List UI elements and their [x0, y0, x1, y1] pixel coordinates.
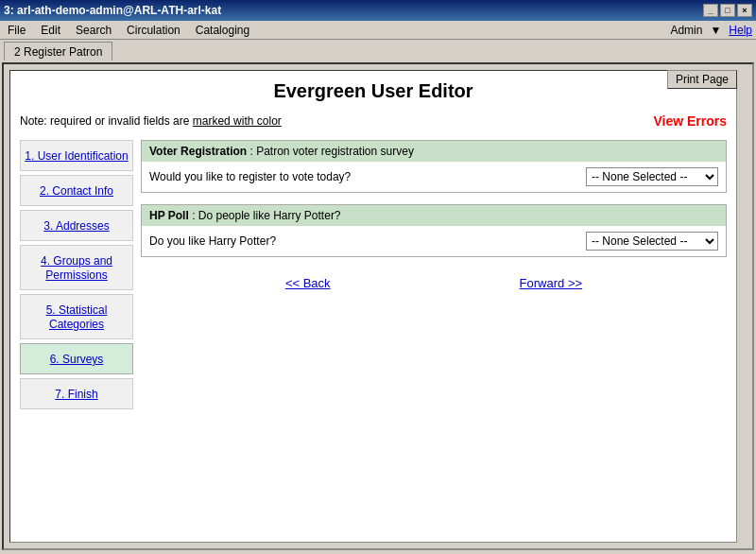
forward-link[interactable]: Forward >>	[520, 276, 582, 290]
tab-bar: 2 Register Patron	[0, 40, 756, 61]
note-highlight: marked with color	[193, 114, 282, 128]
hp-poll-select[interactable]: -- None Selected -- Yes No	[586, 232, 718, 251]
title-bar-text: 3: arl-ath-demo-admin@ARL-ATH-arl-kat	[4, 4, 221, 17]
left-nav: 1. User Identification 2. Contact Info 3…	[20, 140, 133, 413]
nav-groups-permissions[interactable]: 4. Groups and Permissions	[20, 245, 133, 290]
menu-search[interactable]: Search	[72, 23, 115, 38]
note-bar: Note: required or invalid fields are mar…	[20, 113, 727, 129]
voter-registration-question: Would you like to register to vote today…	[149, 170, 351, 183]
nav-statistical-categories[interactable]: 5. Statistical Categories	[20, 294, 133, 339]
menu-circulation[interactable]: Circulation	[123, 23, 184, 38]
register-patron-tab[interactable]: 2 Register Patron	[4, 42, 112, 61]
content-area: Evergreen User Editor Note: required or …	[9, 70, 737, 543]
hp-poll-select-wrap: -- None Selected -- Yes No	[586, 232, 718, 251]
title-bar-buttons: _ □ ×	[703, 4, 752, 17]
close-button[interactable]: ×	[737, 4, 752, 17]
print-page-button[interactable]: Print Page	[667, 70, 737, 89]
view-errors-link[interactable]: View Errors	[653, 113, 727, 129]
help-link[interactable]: Help	[729, 24, 752, 37]
voter-registration-subtitle: : Patron voter registration survey	[249, 145, 413, 158]
hp-poll-header: HP Poll : Do people like Harry Potter?	[142, 205, 726, 226]
menu-file[interactable]: File	[4, 23, 29, 38]
nav-user-identification[interactable]: 1. User Identification	[20, 140, 133, 171]
right-content: Voter Registration : Patron voter regist…	[141, 140, 727, 413]
nav-addresses[interactable]: 3. Addresses	[20, 210, 133, 241]
title-bar: 3: arl-ath-demo-admin@ARL-ATH-arl-kat _ …	[0, 0, 756, 21]
nav-finish[interactable]: 7. Finish	[20, 378, 133, 409]
menu-edit[interactable]: Edit	[37, 23, 64, 38]
voter-registration-select[interactable]: -- None Selected -- Yes No	[586, 167, 718, 186]
menu-bar: File Edit Search Circulation Cataloging …	[0, 21, 756, 40]
maximize-button[interactable]: □	[720, 4, 735, 17]
nav-contact-info[interactable]: 2. Contact Info	[20, 175, 133, 206]
back-link[interactable]: << Back	[285, 276, 331, 290]
voter-registration-select-wrap: -- None Selected -- Yes No	[586, 167, 718, 186]
hp-poll-subtitle: : Do people like Harry Potter?	[192, 209, 340, 222]
page-title: Evergreen User Editor	[20, 80, 727, 102]
hp-poll-section: HP Poll : Do people like Harry Potter? D…	[141, 204, 727, 257]
nav-surveys[interactable]: 6. Surveys	[20, 343, 133, 374]
two-column-layout: 1. User Identification 2. Contact Info 3…	[20, 140, 727, 413]
menu-cataloging[interactable]: Cataloging	[192, 23, 253, 38]
hp-poll-row: Do you like Harry Potter? -- None Select…	[142, 226, 726, 256]
hp-poll-question: Do you like Harry Potter?	[149, 234, 276, 248]
voter-registration-header: Voter Registration : Patron voter regist…	[142, 141, 726, 162]
bottom-nav: << Back Forward >>	[141, 276, 727, 300]
admin-icon[interactable]: ▼	[710, 24, 721, 37]
admin-label: Admin	[670, 24, 702, 37]
voter-registration-row: Would you like to register to vote today…	[142, 162, 726, 192]
main-window: Print Page Evergreen User Editor Note: r…	[2, 62, 754, 550]
note-text: Note: required or invalid fields are mar…	[20, 114, 282, 128]
voter-registration-title: Voter Registration	[149, 145, 247, 158]
hp-poll-title: HP Poll	[149, 209, 189, 222]
minimize-button[interactable]: _	[703, 4, 718, 17]
voter-registration-section: Voter Registration : Patron voter regist…	[141, 140, 727, 193]
